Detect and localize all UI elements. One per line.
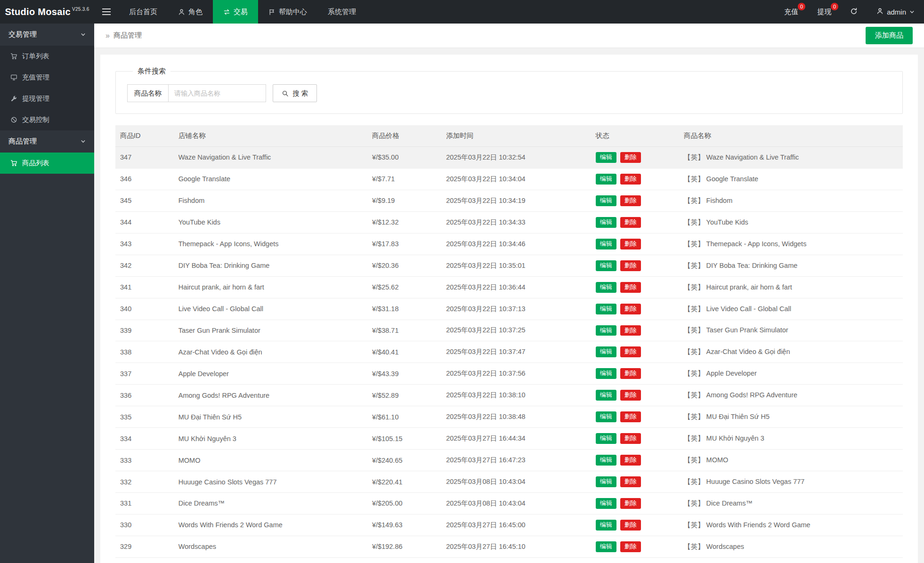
edit-button[interactable]: 编辑 bbox=[596, 152, 616, 163]
search-button-label: 搜 索 bbox=[292, 89, 308, 98]
cell-product-name: 【英】 Live Video Call - Global Call bbox=[679, 298, 903, 320]
edit-button[interactable]: 编辑 bbox=[596, 174, 616, 185]
edit-button[interactable]: 编辑 bbox=[596, 498, 616, 509]
cell-status: 编辑删除 bbox=[591, 190, 679, 211]
edit-button[interactable]: 编辑 bbox=[596, 217, 616, 228]
edit-button[interactable]: 编辑 bbox=[596, 433, 616, 444]
cell-product-id: 335 bbox=[115, 406, 174, 428]
refresh-button[interactable] bbox=[841, 0, 867, 24]
cell-time: 2025年03月27日 16:47:23 bbox=[441, 450, 591, 471]
search-row: 商品名称 搜 索 bbox=[127, 84, 891, 102]
edit-button[interactable]: 编辑 bbox=[596, 325, 616, 336]
sidebar-item-orders[interactable]: 订单列表 bbox=[0, 46, 94, 67]
edit-button[interactable]: 编辑 bbox=[596, 282, 616, 293]
edit-button[interactable]: 编辑 bbox=[596, 304, 616, 314]
cell-time: 2025年03月22日 10:34:33 bbox=[441, 211, 591, 233]
delete-button[interactable]: 删除 bbox=[620, 239, 641, 249]
delete-button[interactable]: 删除 bbox=[620, 455, 641, 466]
edit-button[interactable]: 编辑 bbox=[596, 195, 616, 206]
table-row: 342 DIY Boba Tea: Drinking Game ¥/$20.36… bbox=[115, 255, 903, 276]
delete-button[interactable]: 删除 bbox=[620, 390, 641, 401]
sidebar-section-trade[interactable]: 交易管理 bbox=[0, 24, 94, 46]
hamburger-icon[interactable] bbox=[94, 0, 119, 24]
nav-item-role[interactable]: 角色 bbox=[168, 0, 213, 24]
sidebar-item-recharge[interactable]: 充值管理 bbox=[0, 67, 94, 88]
user-avatar-icon bbox=[876, 8, 883, 16]
cell-shop-name: Live Video Call - Global Call bbox=[174, 298, 367, 320]
recharge-link[interactable]: 充值 0 bbox=[775, 0, 808, 24]
cell-product-name: 【英】 Dice Dreams™ bbox=[679, 493, 903, 515]
cell-shop-name: Fishdom bbox=[174, 190, 367, 211]
edit-button[interactable]: 编辑 bbox=[596, 455, 616, 466]
table-row: 331 Dice Dreams™ ¥/$205.00 2025年03月08日 1… bbox=[115, 493, 903, 515]
sidebar-item-control[interactable]: 交易控制 bbox=[0, 109, 94, 130]
edit-button[interactable]: 编辑 bbox=[596, 390, 616, 401]
delete-button[interactable]: 删除 bbox=[620, 174, 641, 185]
flag-icon bbox=[268, 8, 276, 16]
exchange-icon bbox=[223, 8, 230, 16]
product-name-input[interactable] bbox=[168, 84, 266, 102]
sidebar-item-product-list[interactable]: 商品列表 bbox=[0, 153, 94, 174]
search-button[interactable]: 搜 索 bbox=[273, 84, 317, 102]
cell-time: 2025年03月27日 16:45:00 bbox=[441, 514, 591, 536]
delete-button[interactable]: 删除 bbox=[620, 411, 641, 422]
delete-button[interactable]: 删除 bbox=[620, 368, 641, 379]
delete-button[interactable]: 删除 bbox=[620, 195, 641, 206]
user-menu[interactable]: admin bbox=[867, 0, 924, 24]
edit-button[interactable]: 编辑 bbox=[596, 520, 616, 531]
delete-button[interactable]: 删除 bbox=[620, 541, 641, 552]
delete-button[interactable]: 删除 bbox=[620, 304, 641, 314]
table-row: 334 MU Khởi Nguyên 3 ¥/$105.15 2025年03月2… bbox=[115, 428, 903, 450]
topbar-right: 充值 0 提现 0 admin bbox=[775, 0, 924, 24]
nav-item-home[interactable]: 后台首页 bbox=[119, 0, 168, 24]
cell-status: 编辑删除 bbox=[591, 255, 679, 276]
edit-button[interactable]: 编辑 bbox=[596, 346, 616, 357]
cart-icon bbox=[10, 53, 17, 60]
delete-button[interactable]: 删除 bbox=[620, 433, 641, 444]
edit-button[interactable]: 编辑 bbox=[596, 541, 616, 552]
add-product-button[interactable]: 添加商品 bbox=[866, 27, 913, 44]
delete-button[interactable]: 删除 bbox=[620, 282, 641, 293]
sidebar-item-withdraw[interactable]: 提现管理 bbox=[0, 88, 94, 109]
sidebar-section-product[interactable]: 商品管理 bbox=[0, 130, 94, 153]
cell-product-name: 【英】 Wordscapes bbox=[679, 536, 903, 557]
breadcrumb-bar: » 商品管理 添加商品 bbox=[94, 24, 924, 48]
cell-product-name: 【英】 Taser Gun Prank Simulator bbox=[679, 320, 903, 341]
delete-button[interactable]: 删除 bbox=[620, 498, 641, 509]
cell-shop-name: Words With Friends 2 Word Game bbox=[174, 514, 367, 536]
cell-time: 2025年03月22日 10:37:47 bbox=[441, 341, 591, 363]
table-row: 339 Taser Gun Prank Simulator ¥/$38.71 2… bbox=[115, 320, 903, 341]
edit-button[interactable]: 编辑 bbox=[596, 239, 616, 249]
delete-button[interactable]: 删除 bbox=[620, 476, 641, 487]
nav-trade-label: 交易 bbox=[234, 8, 248, 16]
delete-button[interactable]: 删除 bbox=[620, 260, 641, 271]
delete-button[interactable]: 删除 bbox=[620, 217, 641, 228]
cell-price: ¥/$205.00 bbox=[367, 493, 441, 515]
cell-status: 编辑删除 bbox=[591, 320, 679, 341]
edit-button[interactable]: 编辑 bbox=[596, 476, 616, 487]
edit-button[interactable]: 编辑 bbox=[596, 368, 616, 379]
nav-item-help[interactable]: 帮助中心 bbox=[258, 0, 317, 24]
cell-price: ¥/$240.65 bbox=[367, 450, 441, 471]
cell-price: ¥/$220.41 bbox=[367, 471, 441, 493]
cell-status: 编辑删除 bbox=[591, 341, 679, 363]
delete-button[interactable]: 删除 bbox=[620, 325, 641, 336]
app-title: Studio Mosaic bbox=[5, 7, 70, 17]
cell-status: 编辑删除 bbox=[591, 471, 679, 493]
cell-product-name: 【英】 DIY Boba Tea: Drinking Game bbox=[679, 255, 903, 276]
cell-product-name: 【英】 Huuuge Casino Slots Vegas 777 bbox=[679, 471, 903, 493]
cell-product-name: 【英】 MU Đại Thiên Sứ H5 bbox=[679, 406, 903, 428]
delete-button[interactable]: 删除 bbox=[620, 520, 641, 531]
cell-price: ¥/$31.18 bbox=[367, 298, 441, 320]
breadcrumb: » 商品管理 bbox=[105, 31, 142, 40]
delete-button[interactable]: 删除 bbox=[620, 346, 641, 357]
withdraw-link[interactable]: 提现 0 bbox=[808, 0, 841, 24]
nav-item-system[interactable]: 系统管理 bbox=[317, 0, 366, 24]
delete-button[interactable]: 删除 bbox=[620, 152, 641, 163]
nav-item-trade[interactable]: 交易 bbox=[213, 0, 258, 24]
chevron-down-icon bbox=[81, 32, 86, 37]
table-row: 345 Fishdom ¥/$9.19 2025年03月22日 10:34:19… bbox=[115, 190, 903, 211]
edit-button[interactable]: 编辑 bbox=[596, 260, 616, 271]
edit-button[interactable]: 编辑 bbox=[596, 411, 616, 422]
cart-icon bbox=[10, 160, 17, 167]
